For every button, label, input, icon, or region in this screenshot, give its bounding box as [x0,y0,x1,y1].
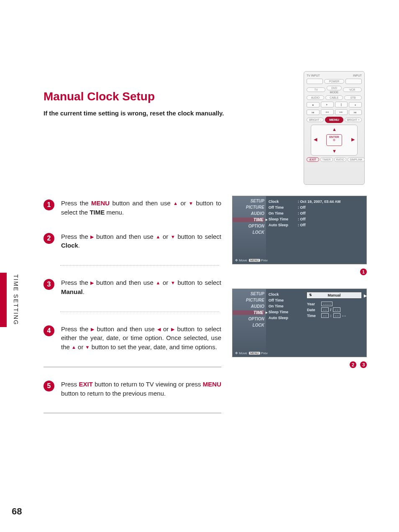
enter-icon: ⊙ [333,138,335,141]
sep: : [330,314,332,318]
pause-icon: ‖ [335,102,348,107]
side-tab-label: TIME SETTING [13,274,19,325]
l: Sleep Time [269,310,288,314]
divider [60,265,219,266]
up-arrow-icon: ▲ [156,280,160,286]
osd-row: On Time [269,304,304,308]
ref-badge: 1 [360,269,367,275]
step-text: Press the ▶ button and then use ▲ or ▼ b… [61,278,221,297]
time-field: - - [321,313,329,318]
ratio-button: RATIO [334,157,346,162]
t: . [78,242,80,249]
move-label: Move [239,351,247,355]
osd-row: Off Time [269,298,304,302]
step-2: 2 Press the ▶ button and then use ▲ or ▼… [43,232,221,251]
menu-item: LOCK [233,230,264,235]
timer-button: TIMER [320,157,333,162]
up-arrow-icon: ▲ [72,344,76,351]
t: button to return to the previous menu. [61,390,166,397]
step-badge: 1 [43,200,54,210]
v: : Off [298,223,306,227]
l: Clock [269,200,298,204]
t: button and then use [94,279,156,286]
osd-content: Clock Off Time On Time Sleep Time Auto S… [269,292,304,322]
bold: Manual [61,288,83,295]
exit-keyword: EXIT [79,381,93,388]
tv-button: TV [307,87,325,92]
osd-time-menu: SETUP PICTURE AUDIO TIME OPTION LOCK Clo… [232,196,367,264]
l: On Time [269,304,284,308]
t: button to set the year, date, and time o… [90,343,217,350]
osd-row: Sleep Time: Off [269,217,364,221]
menu-item: OPTION [233,317,264,321]
section-title: Manual Clock Setup [43,90,155,103]
step-badge: 3 [43,279,54,290]
cap: Date [307,308,320,312]
up-arrow-icon: ▲ [173,200,178,207]
down-arrow-icon: ▼ [85,344,90,351]
side-tab-accent [0,273,7,327]
l: Clock [269,292,279,297]
step-badge: 5 [43,381,54,391]
osd-main-menu: SETUP PICTURE AUDIO TIME OPTION LOCK [233,196,266,264]
left-arrow-icon: ◀ [314,137,317,142]
record-icon: ● [349,102,362,107]
sep: / [330,308,332,312]
osd-row: Clock [269,292,304,297]
osd-footer: ✥ Move MENUPrev [235,258,268,262]
t: Press the [61,325,91,332]
dvd-button: DVD [327,86,341,90]
move-label: Move [239,258,247,262]
cap: Year [307,302,320,306]
step-4: 4 Press the ▶ button and then use ◀ or ▶… [43,325,221,352]
manual-edit-panel: Manual Year - - - - Date - - / - - Time … [307,292,361,319]
play-icon: ▸ [321,102,334,107]
up-arrow-icon: ▲ [332,127,337,132]
t: button and then use [94,325,157,332]
cap: Time [307,314,320,318]
left-arrow-icon: ◀ [157,326,161,333]
osd-clock-manual: SETUP PICTURE AUDIO TIME OPTION LOCK Clo… [232,289,367,357]
osd-row: Sleep Time [269,310,304,314]
ffwd-icon: ▸▸ [335,109,348,115]
l: On Time [269,211,298,215]
l: Sleep Time [269,217,298,221]
enter-label: ENTER [329,136,339,138]
divider-solid [43,413,221,413]
right-arrow-icon: ▶ [351,137,355,142]
osd-row: Clock: Oct 19, 2007, 03:44 AM [269,200,364,204]
t: Press the [61,200,91,207]
manual-header: Manual [307,292,361,298]
t: Press [61,381,79,388]
down-arrow-icon: ▼ [171,234,175,240]
bold: Clock [61,242,78,249]
v: : Off [298,217,306,221]
divider [60,312,219,312]
audio-button: AUDIO [307,95,324,100]
tv-input-button [307,79,323,84]
menu-item-selected: TIME [233,310,264,315]
step-badge: 4 [43,325,54,336]
osd-footer: ✥ Move MENUPrev [235,351,268,355]
osd2-ref: 2 3 [347,361,367,368]
t: . [83,288,84,295]
ref-badge: 3 [360,361,367,368]
page-number: 68 [12,506,22,517]
v: : Off [298,205,306,210]
ampm-field: - - [342,314,346,318]
l: Auto Sleep [269,223,298,227]
v: : Off [298,211,306,215]
dpad: ▲ ▼ ◀ ▶ ENTER ⊙ [311,125,358,156]
menu-keyword: MENU [91,200,110,207]
osd-row: Auto Sleep [269,316,304,320]
stb-button: STB [344,95,362,100]
move-icon: ✥ [235,258,238,262]
step-1: 1 Press the MENU button and then use ▲ o… [43,199,221,217]
date-line: Date - - / - - [307,307,361,312]
stop-icon: ■ [307,102,320,107]
l: Off Time [269,205,298,210]
year-line: Year - - - - [307,302,361,306]
t: button to select [175,279,221,286]
t: button to select [175,233,221,240]
t: button to return to TV viewing or press [93,381,203,388]
